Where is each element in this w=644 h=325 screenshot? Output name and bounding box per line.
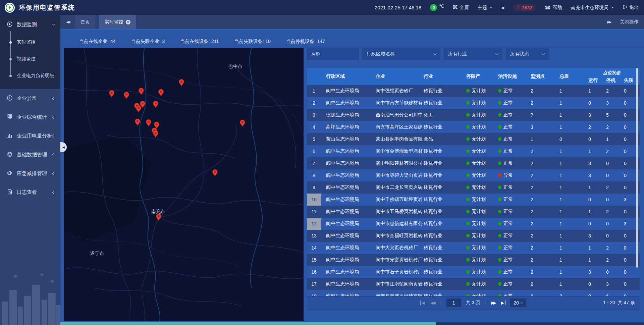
- table-row[interactable]: 3仪陇生态环境局西南油气田分公司川中化工无计划正常71350: [307, 109, 640, 121]
- map-panel[interactable]: 巴中市南充市遂宁市: [64, 48, 304, 321]
- cell-run-count: 1: [584, 257, 601, 263]
- table-row[interactable]: 10阆中生态环境局阆中千佛镇五郎垭页岩砖瓦行业无计划正常21003: [307, 194, 640, 206]
- column-header-monitor: 监测点: [526, 68, 554, 85]
- table-row[interactable]: 13阆中生态环境局阆中市金福旺页岩机砖砖瓦行业无计划正常21300: [307, 230, 640, 242]
- status-dot-icon: [466, 173, 470, 177]
- sidebar-expanded-group: 数据监测实时监控视频监控企业电力负荷明细: [0, 15, 60, 89]
- sidebar-item-企业电力负荷明细[interactable]: 企业电力负荷明细: [0, 67, 60, 84]
- help-button[interactable]: ☎ 帮助: [544, 5, 562, 11]
- tabs-scroll-left-icon[interactable]: ◀◀: [60, 15, 75, 29]
- region-filter-select[interactable]: 行政区域名称: [362, 48, 440, 60]
- table-row[interactable]: 2阆中生态环境局阆中市南方节能建材有砖瓦行业无计划正常21030: [307, 97, 640, 109]
- sidebar-submenu: 实时监控视频监控企业电力负荷明细: [0, 34, 60, 84]
- theme-dropdown[interactable]: 主题: [478, 5, 492, 11]
- stat-label: 当前停机设备:: [286, 39, 316, 45]
- alert-icon: [7, 95, 13, 102]
- sidebar-group-7[interactable]: 日志查看: [0, 183, 60, 202]
- mute-speaker-icon[interactable]: ◀: [501, 5, 504, 10]
- table-row[interactable]: 1阆中生态环境局阆中强锐页岩砖厂砖瓦行业无计划正常21120: [307, 85, 640, 97]
- chevron-down-icon: [433, 52, 437, 55]
- chevron-left-icon: [52, 191, 56, 194]
- notification-badge[interactable]: 2632: [513, 4, 536, 11]
- cell-meter-count: 1: [554, 100, 584, 106]
- page-number-input[interactable]: [446, 299, 461, 307]
- fullscreen-button[interactable]: 全屏: [453, 5, 469, 11]
- table-row[interactable]: 14阆中生态环境局阆中大兴页岩机砖厂砖瓦行业无计划正常21120: [307, 242, 640, 254]
- divider: |: [485, 300, 486, 306]
- cell-industry: 砖瓦行业: [423, 88, 462, 94]
- horizontal-scrollbar-thumb[interactable]: [60, 322, 436, 325]
- sidebar-group-6[interactable]: 应急减排管理: [0, 164, 60, 183]
- logout-button[interactable]: 退出: [623, 5, 639, 11]
- cell-region: 阆中生态环境局: [321, 197, 371, 203]
- table-row[interactable]: 4高坪生态环境局南充市高坪区王家店建砖瓦行业无计划正常31220: [307, 121, 640, 133]
- tabs-scroll-right-icon[interactable]: ▶▶: [607, 20, 610, 24]
- sidebar-group-5[interactable]: 基础数据管理: [0, 145, 60, 164]
- status-dot-icon: [498, 125, 501, 129]
- table-row[interactable]: 6阆中生态环境局阆中市金博瑞新型墙材砖瓦行业无计划正常21120: [307, 145, 640, 157]
- cell-run-count: 1: [584, 209, 601, 214]
- cell-meter-count: 1: [554, 124, 584, 130]
- first-page-icon[interactable]: ◀: [420, 301, 426, 305]
- name-filter-input[interactable]: [307, 48, 359, 60]
- cell-run-count: 0: [584, 293, 601, 296]
- cell-meter-count: 1: [554, 161, 584, 166]
- status-dot-icon: [498, 161, 501, 165]
- status-dot-icon: [466, 89, 470, 93]
- close-icon[interactable]: ✕: [126, 20, 130, 24]
- cell-limit-status: 无计划: [462, 245, 494, 251]
- cell-enterprise: 阆中市金博瑞新型墙材: [371, 148, 423, 154]
- org-dropdown[interactable]: 南充市生态环境局: [571, 5, 614, 11]
- table-row[interactable]: 11阆中生态环境局阆中市五马桥页岩机砖砖瓦行业无计划正常21120: [307, 206, 640, 218]
- cell-limit-status: 无计划: [462, 160, 494, 166]
- row-number: 9: [307, 181, 321, 194]
- table-row[interactable]: 8阆中生态环境局阆中市枣碧大梁山页岩砖瓦行业无计划异常21300: [307, 169, 640, 181]
- cell-industry: 砖瓦行业: [423, 221, 462, 227]
- tab-list: 首页实时监控✕: [75, 15, 140, 29]
- status-filter-select[interactable]: 所有状态: [506, 48, 549, 60]
- sidebar-group-4[interactable]: 企业用电量分析: [0, 126, 60, 145]
- table-row[interactable]: 17阆中生态环境局阆中市江南镇阆南页岩砖瓦行业无计划正常21030: [307, 278, 640, 290]
- logout-icon: [623, 5, 627, 10]
- cell-industry: 砖瓦行业: [423, 148, 462, 154]
- industry-filter-select[interactable]: 所有行业: [444, 48, 502, 60]
- table-row[interactable]: 7阆中生态环境局阆中明阳建材有限公司砖瓦行业无计划正常21300: [307, 157, 640, 169]
- cell-facility-status: 正常: [494, 233, 526, 239]
- table-row[interactable]: 15阆中生态环境局阆中市光富页岩机砖厂砖瓦行业无计划正常21120: [307, 254, 640, 266]
- cell-industry: 砖瓦行业: [423, 233, 462, 239]
- last-page-icon[interactable]: ▶: [501, 301, 505, 305]
- row-number: 16: [307, 266, 321, 278]
- table-row[interactable]: 18南部生态环境局南部县双佛页岩砖有限砖瓦行业无计划正常60060: [307, 290, 640, 296]
- vertical-scrollbar-thumb[interactable]: [636, 68, 638, 268]
- table-row[interactable]: 16阆中生态环境局阆中市石子页岩机砖厂砖瓦行业无计划正常21300: [307, 266, 640, 278]
- cell-facility-status: 异常: [494, 172, 526, 178]
- cell-region: 阆中生态环境局: [321, 172, 371, 178]
- sidebar-group-1[interactable]: 数据监测: [0, 15, 60, 34]
- phone-icon: ☎: [544, 5, 551, 11]
- cell-region: 阆中生态环境局: [321, 160, 371, 166]
- sidebar-item-label: 企业电力负荷明细: [17, 73, 54, 79]
- chevron-down-icon: [542, 52, 545, 55]
- next-page-icon[interactable]: ▶▶: [491, 301, 496, 305]
- cell-stop-count: 1: [601, 137, 620, 142]
- table-row[interactable]: 12阆中生态环境局阆中市忠信建材有限公砖瓦行业无计划正常21003: [307, 218, 640, 230]
- stat-value: 147: [317, 39, 325, 45]
- cell-facility-status: 正常: [494, 197, 526, 203]
- status-dot-icon: [466, 101, 470, 105]
- sidebar-item-实时监控[interactable]: 实时监控: [0, 34, 60, 51]
- table-row[interactable]: 5营山生态环境局营山县润丰肉食品有限食品无计划正常10010: [307, 133, 640, 145]
- prev-page-icon[interactable]: ◀◀: [430, 301, 435, 305]
- tab-首页[interactable]: 首页: [75, 15, 95, 29]
- map-canvas: 巴中市南充市遂宁市: [64, 48, 304, 321]
- table-row[interactable]: 9阆中生态环境局阆中市二龙长宝页岩砖砖瓦行业无计划正常21120: [307, 181, 640, 194]
- cell-meter-count: 1: [554, 209, 584, 214]
- status-dot-icon: [498, 270, 501, 274]
- sidebar-group-3[interactable]: 企业综合统计: [0, 108, 60, 126]
- cell-enterprise: 阆中市光富页岩机砖厂: [371, 257, 423, 263]
- close-operations-button[interactable]: 关闭操作: [620, 19, 639, 25]
- tab-实时监控[interactable]: 实时监控✕: [99, 15, 136, 29]
- cell-monitor-count: 3: [526, 124, 554, 130]
- page-size-select[interactable]: 20: [510, 299, 526, 307]
- sidebar-item-视频监控[interactable]: 视频监控: [0, 51, 60, 67]
- sidebar-group-2[interactable]: 企业异常: [0, 89, 60, 108]
